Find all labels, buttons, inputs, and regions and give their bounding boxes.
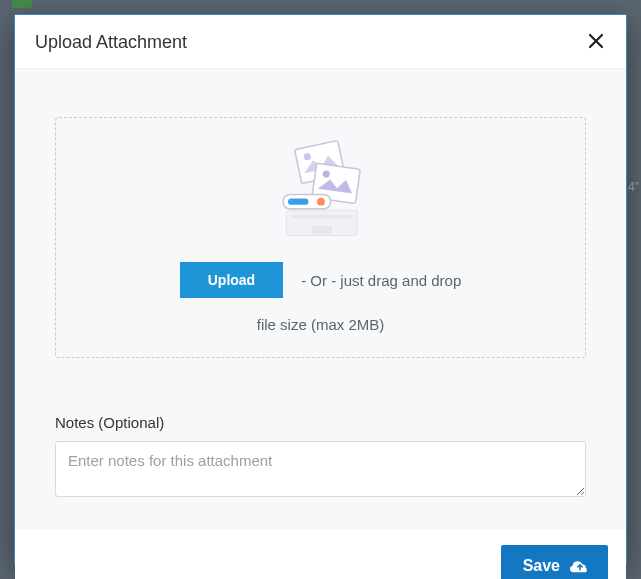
dropzone[interactable]: Upload - Or - just drag and drop file si… — [55, 117, 586, 358]
bg-new-ticket-button — [12, 0, 32, 8]
attachment-illustration — [266, 138, 376, 248]
modal-title: Upload Attachment — [35, 32, 187, 53]
drag-drop-text: - Or - just drag and drop — [301, 272, 461, 289]
svg-rect-2 — [291, 215, 352, 218]
notes-group: Notes (Optional) — [55, 414, 586, 501]
svg-point-8 — [317, 198, 325, 206]
upload-row: Upload - Or - just drag and drop — [74, 262, 567, 298]
save-button-label: Save — [523, 557, 560, 575]
modal-footer: Save — [15, 529, 626, 579]
svg-rect-7 — [288, 199, 308, 205]
modal-body: Upload - Or - just drag and drop file si… — [15, 68, 626, 529]
upload-button[interactable]: Upload — [180, 262, 283, 298]
modal-header: Upload Attachment — [15, 15, 626, 68]
svg-rect-1 — [311, 226, 331, 234]
notes-input[interactable] — [55, 441, 586, 497]
upload-attachment-modal: Upload Attachment — [14, 14, 627, 565]
file-size-text: file size (max 2MB) — [74, 316, 567, 333]
cloud-upload-icon — [570, 558, 590, 574]
close-icon — [588, 33, 604, 53]
close-button[interactable] — [584, 31, 608, 54]
notes-label: Notes (Optional) — [55, 414, 586, 431]
bg-text-fragment: 4" — [628, 180, 639, 194]
save-button[interactable]: Save — [501, 545, 608, 579]
